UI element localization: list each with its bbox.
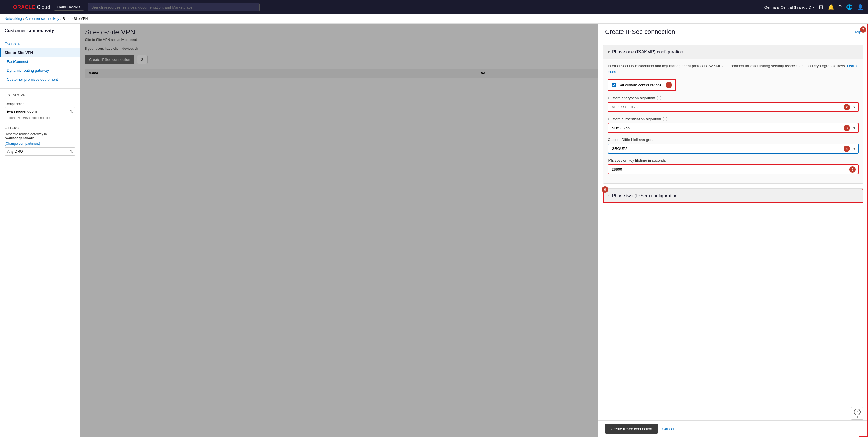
sidebar-item-dynamic-routing-gateway[interactable]: Dynamic routing gateway bbox=[0, 66, 80, 75]
set-custom-configurations-label: Set custom configurations bbox=[619, 83, 662, 87]
list-scope-label: List scope bbox=[0, 91, 80, 98]
cancel-button[interactable]: Cancel bbox=[662, 427, 674, 431]
filters-section: Filters Dynamic routing gateway in iwanh… bbox=[0, 123, 80, 159]
phase-one-description: Internet security association and key ma… bbox=[608, 63, 859, 74]
set-custom-group: Set custom configurations 1 bbox=[608, 79, 859, 91]
ike-lifetime-group: IKE session key lifetime in seconds 5 bbox=[608, 158, 859, 174]
sidebar-item-customer-premises[interactable]: Customer-premises equipment bbox=[0, 75, 80, 84]
step-1-badge: 1 bbox=[665, 82, 672, 88]
encryption-algorithm-label: Custom encryption algorithm i bbox=[608, 96, 859, 100]
breadcrumb-customer-connectivity[interactable]: Customer connectivity bbox=[25, 17, 59, 21]
help-dots-icon: ⠿ bbox=[856, 416, 858, 418]
compartment-select[interactable]: iwanhoogendoorn bbox=[5, 107, 75, 115]
modal-panel: Create IPSec connection Help ▾ Phase one… bbox=[598, 24, 868, 437]
region-label: Germany Central (Frankfurt) bbox=[764, 5, 811, 9]
phase-one-section: ▾ Phase one (ISAKMP) configuration Inter… bbox=[603, 45, 863, 184]
dh-group-select[interactable]: GROUP2 bbox=[608, 144, 858, 153]
compartment-select-wrapper: iwanhoogendoorn ⇅ bbox=[5, 107, 75, 116]
encryption-algorithm-select[interactable]: AES_256_CBC bbox=[608, 102, 858, 112]
top-navigation: ☰ ORACLE Cloud Cloud Classic > Germany C… bbox=[0, 0, 868, 14]
help-circle-icon: ? bbox=[854, 409, 861, 415]
oracle-logo: ORACLE Cloud bbox=[13, 4, 50, 10]
phase-two-section: › Phase two (IPSec) configuration 6 bbox=[603, 188, 863, 203]
auth-algorithm-select-wrapper: SHA2_256 ▾ 3 bbox=[608, 123, 859, 133]
auth-algorithm-select[interactable]: SHA2_256 bbox=[608, 123, 858, 132]
user-avatar-icon[interactable]: 👤 bbox=[857, 4, 863, 10]
step-2-badge: 2 bbox=[844, 104, 850, 110]
help-icon[interactable]: ? bbox=[839, 4, 842, 10]
encryption-info-icon[interactable]: i bbox=[657, 96, 661, 100]
language-icon[interactable]: 🌐 bbox=[846, 4, 852, 10]
drg-select[interactable]: Any DRG bbox=[5, 148, 75, 155]
auth-info-icon[interactable]: i bbox=[663, 117, 668, 121]
breadcrumb-networking[interactable]: Networking bbox=[5, 17, 22, 21]
encryption-algorithm-group: Custom encryption algorithm i AES_256_CB… bbox=[608, 96, 859, 112]
ike-lifetime-label: IKE session key lifetime in seconds bbox=[608, 158, 859, 162]
sidebar-item-site-to-site-vpn[interactable]: Site-to-Site VPN bbox=[0, 48, 80, 57]
search-input[interactable] bbox=[88, 3, 260, 11]
region-selector[interactable]: Germany Central (Frankfurt) ▾ bbox=[764, 5, 814, 9]
cloud-classic-button[interactable]: Cloud Classic > bbox=[54, 4, 84, 11]
dh-group-label: Custom Diffie-Hellman group bbox=[608, 137, 859, 142]
compartment-path: (root)/network/iwanhoogendoorn bbox=[5, 116, 75, 120]
cloud-shell-icon[interactable]: ⊞ bbox=[819, 4, 823, 10]
phase-one-chevron-icon: ▾ bbox=[608, 50, 610, 54]
set-custom-configurations-row: Set custom configurations 1 bbox=[608, 79, 676, 91]
compartment-section: Compartment iwanhoogendoorn ⇅ (root)/net… bbox=[0, 98, 80, 123]
breadcrumb-sep-1: › bbox=[23, 17, 24, 21]
step-6-badge: 6 bbox=[602, 186, 608, 193]
encryption-algorithm-select-wrapper: AES_256_CBC ▾ 2 bbox=[608, 102, 859, 112]
hamburger-menu-icon[interactable]: ☰ bbox=[5, 4, 10, 11]
phase-one-header[interactable]: ▾ Phase one (ISAKMP) configuration bbox=[603, 45, 863, 59]
sidebar-title: Customer connectivity bbox=[0, 28, 80, 37]
content-area: Site-to-Site VPN Site-to-Site VPN secure… bbox=[81, 24, 868, 437]
notification-bell-icon[interactable]: 🔔 bbox=[828, 4, 834, 10]
sidebar-item-overview[interactable]: Overview bbox=[0, 39, 80, 48]
modal-footer: Create IPSec connection Cancel bbox=[598, 420, 868, 437]
help-widget[interactable]: ? ⠿ bbox=[851, 407, 863, 420]
sidebar: Customer connectivity Overview Site-to-S… bbox=[0, 24, 81, 437]
drg-filter-label: Dynamic routing gateway in iwanhoogendoo… bbox=[5, 132, 75, 140]
phase-two-chevron-icon: › bbox=[608, 193, 610, 198]
phase-two-title: Phase two (IPSec) configuration bbox=[612, 193, 678, 198]
change-compartment-link[interactable]: (Change compartment) bbox=[5, 142, 40, 146]
dh-group: Custom Diffie-Hellman group GROUP2 ▾ 4 bbox=[608, 137, 859, 154]
drg-select-wrapper: Any DRG ⇅ bbox=[5, 147, 75, 156]
modal-overlay: Create IPSec connection Help ▾ Phase one… bbox=[81, 24, 868, 437]
set-custom-configurations-checkbox[interactable] bbox=[612, 83, 616, 87]
ike-lifetime-input[interactable] bbox=[608, 165, 858, 174]
modal-title: Create IPSec connection bbox=[605, 28, 675, 36]
region-chevron-icon: ▾ bbox=[812, 5, 814, 9]
modal-help-link[interactable]: Help bbox=[854, 30, 861, 34]
step-5-badge: 5 bbox=[849, 166, 856, 173]
dh-group-select-wrapper: GROUP2 ▾ 4 bbox=[608, 144, 859, 154]
step-3-badge: 3 bbox=[844, 125, 850, 131]
breadcrumb-sep-2: › bbox=[60, 17, 61, 21]
drg-name: iwanhoogendoorn bbox=[5, 136, 34, 140]
main-layout: Customer connectivity Overview Site-to-S… bbox=[0, 24, 868, 437]
nav-right: Germany Central (Frankfurt) ▾ ⊞ 🔔 ? 🌐 👤 bbox=[764, 4, 863, 10]
breadcrumb-bar: Networking › Customer connectivity › Sit… bbox=[0, 14, 868, 24]
compartment-label: Compartment bbox=[5, 102, 75, 106]
phase-two-header[interactable]: › Phase two (IPSec) configuration 6 bbox=[603, 189, 863, 203]
sidebar-divider bbox=[0, 88, 80, 89]
create-button[interactable]: Create IPSec connection bbox=[605, 424, 658, 434]
phase-one-title: Phase one (ISAKMP) configuration bbox=[612, 50, 683, 55]
modal-header: Create IPSec connection Help bbox=[598, 24, 868, 40]
cloud-text: Cloud bbox=[37, 4, 50, 10]
phase-one-body: Internet security association and key ma… bbox=[603, 59, 863, 184]
step-4-badge: 4 bbox=[844, 146, 850, 152]
sidebar-item-fastconnect[interactable]: FastConnect bbox=[0, 57, 80, 66]
modal-body: ▾ Phase one (ISAKMP) configuration Inter… bbox=[598, 40, 868, 420]
breadcrumb-current: Site-to-Site VPN bbox=[63, 17, 88, 21]
auth-algorithm-label: Custom authentication algorithm i bbox=[608, 117, 859, 121]
ike-lifetime-input-wrapper: 5 bbox=[608, 164, 859, 174]
sidebar-navigation: Overview Site-to-Site VPN FastConnect Dy… bbox=[0, 37, 80, 86]
filters-label: Filters bbox=[5, 126, 75, 132]
oracle-text: ORACLE bbox=[13, 4, 35, 10]
auth-algorithm-group: Custom authentication algorithm i SHA2_2… bbox=[608, 117, 859, 133]
